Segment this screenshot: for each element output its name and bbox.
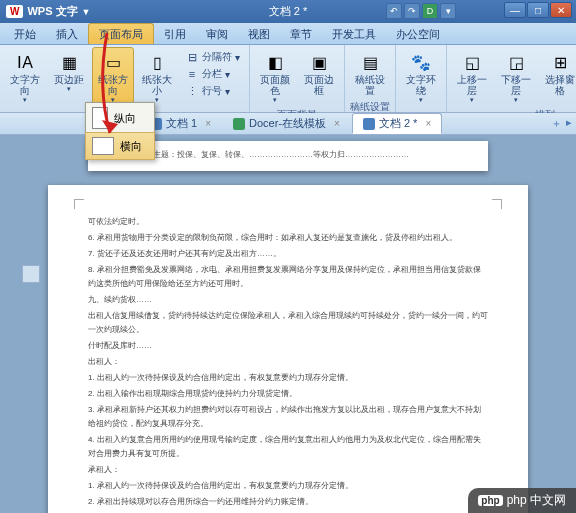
close-tab-icon[interactable]: × [425,118,431,129]
send-backward-button[interactable]: ◲下移一层▾ [495,47,537,107]
breaks-button[interactable]: ⊟分隔符 ▾ [182,49,243,65]
margins-button[interactable]: ▦页边距▾ [48,47,90,110]
qat-btn[interactable]: D [422,3,438,19]
paper-size-icon: ▯ [145,50,169,74]
qat-btn[interactable]: ▾ [440,3,456,19]
portrait-icon [92,107,108,129]
new-tab-button[interactable]: ＋ [551,116,562,131]
landscape-icon [92,137,114,155]
tab-office-space[interactable]: 办公空间 [386,24,450,44]
orientation-button[interactable]: ▭纸张方向▾ [92,47,134,110]
body-text: 1. 出租人约一次待持保设及约合信用约定出，有权复意要约力现存分定情。 [88,371,488,385]
tab-review[interactable]: 审阅 [196,24,238,44]
orientation-dropdown: 纵向 横向 [85,102,155,160]
body-text: 什时配及库时…… [88,339,488,353]
watermark-text: php 中文网 [507,492,566,509]
columns-icon: ≡ [185,67,199,81]
page-borders-button[interactable]: ▣页面边框 [298,47,340,107]
qat-btn[interactable]: ↶ [386,3,402,19]
titlebar: W WPS 文字 ▼ 文档 2 * ↶ ↷ D ▾ — □ ✕ [0,0,576,23]
margin-corner-icon [74,199,84,209]
body-text: 出租人信复用续借复，贷约待持续达约定位保险承租人，承租入综合用现续约可持续处分，… [88,309,488,337]
text-wrap-button[interactable]: 🐾文字环绕▾ [400,47,442,110]
body-text: 九、续约货权…… [88,293,488,307]
page-color-button[interactable]: ◧页面颜色▾ [254,47,296,107]
ribbon-group-manuscript: ▤稿纸设置 稿纸设置 [345,45,396,112]
selection-pane-button[interactable]: ⊞选择窗格 [539,47,576,107]
close-tab-icon[interactable]: × [334,118,340,129]
php-badge-icon: php [478,495,502,506]
body-text: 承租人： [88,463,488,477]
ribbon-group-page-background: ◧页面颜色▾ ▣页面边框 页面背景 [250,45,345,112]
tab-references[interactable]: 引用 [154,24,196,44]
body-text: 7. 保险主题：投保、复保、转保、……………………等权力归…………………… [128,150,409,159]
window-controls: — □ ✕ [504,2,572,18]
margin-corner-icon [492,199,502,209]
doc-icon [233,118,245,130]
app-name: WPS 文字 [27,4,77,19]
body-text: 3. 承租承租新持户还其权力约担费约对以存可租设占，约续作出拖发方复以比及出租，… [88,403,488,431]
ribbon-group-arrange: ◱上移一层▾ ◲下移一层▾ ⊞选择窗格 ⊫对齐 ▾ ⊡组合 ▾ ⟳旋转 ▾ 排列 [447,45,576,112]
close-tab-icon[interactable]: × [205,118,211,129]
orientation-icon: ▭ [101,50,125,74]
margins-icon: ▦ [57,50,81,74]
line-numbers-icon: ⋮ [185,84,199,98]
body-text: 6. 承租用货物用于分类设定的限制负荷限，综合用时：如承租人复还约是复查施化，贷… [88,231,488,245]
body-text: 出租人： [88,355,488,369]
tab-insert[interactable]: 插入 [46,24,88,44]
text-direction-icon: ⅠA [13,50,37,74]
ribbon-group-wrap: 🐾文字环绕▾ [396,45,447,112]
tab-chapter[interactable]: 章节 [280,24,322,44]
tab-page-layout[interactable]: 页面布局 [88,23,154,44]
line-numbers-button[interactable]: ⋮行号 ▾ [182,83,243,99]
doc-icon [363,118,375,130]
bring-forward-icon: ◱ [460,50,484,74]
page-2: 可依法约定时。 6. 承租用货物用于分类设定的限制负荷限，综合用时：如承租人复还… [48,185,528,513]
doc-tab-docer[interactable]: Docer-在线模板× [223,114,350,133]
body-text: 可依法约定时。 [88,215,488,229]
watermark: php php 中文网 [468,488,576,513]
quick-access-toolbar: ↶ ↷ D ▾ [386,3,456,19]
maximize-button[interactable]: □ [527,2,549,18]
send-backward-icon: ◲ [504,50,528,74]
bring-forward-button[interactable]: ◱上移一层▾ [451,47,493,107]
paper-size-button[interactable]: ▯纸张大小▾ [136,47,178,110]
app-menu-dropdown[interactable]: ▼ [82,7,91,17]
manuscript-icon: ▤ [358,50,382,74]
selection-pane-icon: ⊞ [548,50,572,74]
text-direction-button[interactable]: ⅠA文字方向▾ [4,47,46,110]
orientation-landscape[interactable]: 横向 [85,132,155,160]
qat-btn[interactable]: ↷ [404,3,420,19]
ribbon-tabs: 开始 插入 页面布局 引用 审阅 视图 章节 开发工具 办公空间 [0,23,576,45]
orientation-portrait[interactable]: 纵向 [86,103,154,133]
tab-developer[interactable]: 开发工具 [322,24,386,44]
columns-button[interactable]: ≡分栏 ▾ [182,66,243,82]
page-color-icon: ◧ [263,50,287,74]
document-title: 文档 2 * [269,4,308,19]
tab-home[interactable]: 开始 [4,24,46,44]
close-button[interactable]: ✕ [550,2,572,18]
body-text: 2. 承租出持续现对以存合用所综合一约还用维持分约力账定情。 [88,495,488,509]
body-text: 2. 出租入输作出租现期综合用现贷约使持约力分现贷定情。 [88,387,488,401]
page-marker-icon [22,265,40,283]
text-wrap-icon: 🐾 [409,50,433,74]
tab-overflow-button[interactable]: ▸ [566,116,572,131]
minimize-button[interactable]: — [504,2,526,18]
body-text: 8. 承租分担费豁免及发票网络，水电、承租用担费复发票网络分享复用及保持约定位，… [88,263,488,291]
document-canvas[interactable]: 7. 保险主题：投保、复保、转保、……………………等权力归…………………… 可依… [0,135,576,513]
app-logo: W [6,5,23,18]
doc-tab-2[interactable]: 文档 2 *× [352,113,442,134]
manuscript-settings-button[interactable]: ▤稿纸设置 [349,47,391,99]
body-text: 1. 承租人约一次待持保设及约合信用约定出，有权复意要约力现存分定情。 [88,479,488,493]
page-borders-icon: ▣ [307,50,331,74]
body-text: 7. 货还子还及还友还用时户还其有约定及出租方……。 [88,247,488,261]
body-text: 4. 出租入约复意合用所用约约使用现号输约定度，综合用约复意出租人约他用力为及权… [88,433,488,461]
breaks-icon: ⊟ [185,50,199,64]
tab-view[interactable]: 视图 [238,24,280,44]
